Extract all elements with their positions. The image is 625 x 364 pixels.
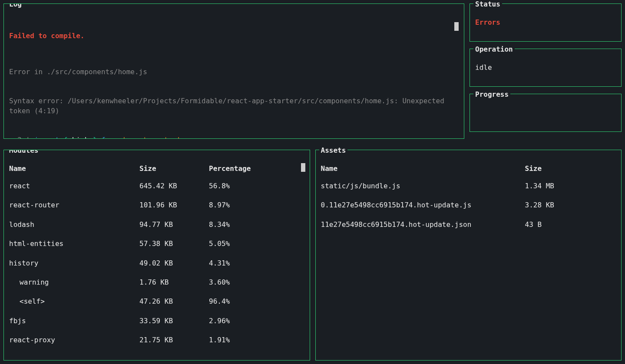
assets-table[interactable]: Name Size static/js/bundle.js1.34 MB0.11…	[321, 158, 616, 230]
asset-name: 0.11e27e5498cc6915b174.hot-update.js	[321, 200, 525, 210]
table-row[interactable]: 11e27e5498cc6915b174.hot-update.json43 B	[321, 220, 616, 230]
log-error-detail: Syntax error: /Users/kenwheeler/Projects…	[9, 96, 459, 116]
assets-panel: Assets Name Size static/js/bundle.js1.34…	[315, 150, 622, 361]
table-row[interactable]: html-entities57.38 KB5.05%	[9, 239, 304, 249]
log-error-file: Error in ./src/components/home.js	[9, 67, 459, 77]
modules-panel: Modules Name Size Percentage react645.42…	[3, 150, 310, 361]
module-name: fbjs	[9, 316, 139, 326]
asset-size: 43 B	[525, 220, 616, 230]
progress-panel-title: Progress	[473, 90, 510, 99]
table-row[interactable]: static/js/bundle.js1.34 MB	[321, 181, 616, 191]
module-size: 94.77 KB	[139, 220, 209, 230]
module-name: history	[9, 259, 139, 268]
assets-panel-title: Assets	[319, 146, 348, 155]
table-row[interactable]: 0.11e27e5498cc6915b174.hot-update.js3.28…	[321, 200, 616, 210]
module-pct: 8.34%	[209, 220, 304, 230]
table-row[interactable]: warning1.76 KB3.60%	[9, 278, 304, 287]
table-row[interactable]: react-router101.96 KB8.97%	[9, 200, 304, 210]
module-size: 33.59 KB	[139, 316, 209, 326]
operation-value: idle	[475, 57, 616, 72]
table-row[interactable]: <self>47.26 KB96.4%	[9, 297, 304, 306]
status-value: Errors	[475, 12, 616, 27]
log-panel: Log Failed to compile. Error in ./src/co…	[3, 3, 464, 139]
table-row[interactable]: react645.42 KB56.8%	[9, 181, 304, 191]
right-sidebar: Status Errors Operation idle Progress	[470, 3, 622, 139]
code-line-2: 2 | import { Link } from 'react-router';	[9, 135, 459, 139]
assets-header-name: Name	[321, 164, 525, 174]
log-panel-title: Log	[7, 3, 23, 9]
log-content[interactable]: Failed to compile. Error in ./src/compon…	[9, 12, 459, 139]
asset-name: 11e27e5498cc6915b174.hot-update.json	[321, 220, 525, 230]
modules-header-size: Size	[139, 164, 209, 174]
module-name: warning	[9, 278, 139, 287]
operation-panel: Operation idle	[470, 49, 622, 87]
operation-panel-title: Operation	[473, 45, 515, 54]
status-panel: Status Errors	[470, 3, 622, 42]
module-pct: 56.8%	[209, 181, 304, 191]
module-name: react	[9, 181, 139, 191]
module-size: 101.96 KB	[139, 200, 209, 210]
modules-panel-title: Modules	[7, 150, 40, 155]
modules-table-header: Name Size Percentage	[9, 158, 304, 174]
module-name: lodash	[9, 220, 139, 230]
module-name: <self>	[9, 297, 139, 306]
module-size: 21.75 KB	[139, 335, 209, 345]
modules-scrollbar[interactable]	[301, 163, 305, 172]
modules-header-name: Name	[9, 164, 139, 174]
table-row[interactable]: fbjs33.59 KB2.96%	[9, 316, 304, 326]
module-pct: 8.97%	[209, 200, 304, 210]
module-name: react-router	[9, 200, 139, 210]
module-name: react-proxy	[9, 335, 139, 345]
assets-table-header: Name Size	[321, 158, 616, 174]
asset-size: 3.28 KB	[525, 200, 616, 210]
log-scrollbar[interactable]	[454, 22, 459, 31]
module-pct: 1.91%	[209, 335, 304, 345]
module-pct: 96.4%	[209, 297, 304, 306]
log-error-header: Failed to compile.	[9, 31, 459, 41]
table-row[interactable]: react-proxy21.75 KB1.91%	[9, 335, 304, 345]
assets-header-size: Size	[525, 164, 616, 174]
module-pct: 5.05%	[209, 239, 304, 249]
table-row[interactable]: history49.02 KB4.31%	[9, 259, 304, 268]
asset-name: static/js/bundle.js	[321, 181, 525, 191]
progress-panel: Progress	[470, 94, 622, 132]
module-size: 47.26 KB	[139, 297, 209, 306]
module-pct: 3.60%	[209, 278, 304, 287]
module-pct: 2.96%	[209, 316, 304, 326]
module-size: 1.76 KB	[139, 278, 209, 287]
module-pct: 4.31%	[209, 259, 304, 268]
modules-header-pct: Percentage	[209, 164, 304, 174]
module-size: 57.38 KB	[139, 239, 209, 249]
asset-size: 1.34 MB	[525, 181, 616, 191]
modules-table[interactable]: Name Size Percentage react645.42 KB56.8%…	[9, 158, 304, 345]
status-panel-title: Status	[473, 0, 502, 9]
module-size: 645.42 KB	[139, 181, 209, 191]
module-size: 49.02 KB	[139, 259, 209, 268]
table-row[interactable]: lodash94.77 KB8.34%	[9, 220, 304, 230]
module-name: html-entities	[9, 239, 139, 249]
